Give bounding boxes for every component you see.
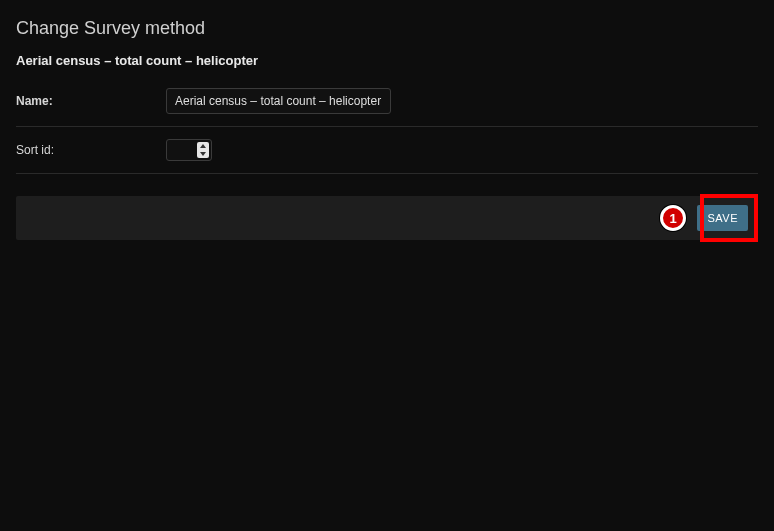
page-container: Change Survey method Aerial census – tot… (0, 0, 774, 240)
callout-badge: 1 (660, 205, 686, 231)
sort-id-label: Sort id: (16, 143, 166, 157)
page-title: Change Survey method (16, 18, 758, 39)
form-row-name: Name: (16, 76, 758, 127)
name-label: Name: (16, 94, 166, 108)
name-input[interactable] (166, 88, 391, 114)
svg-marker-1 (200, 152, 206, 156)
sort-id-stepper (197, 142, 209, 158)
save-button[interactable]: SAVE (697, 205, 748, 231)
svg-marker-0 (200, 144, 206, 148)
action-bar: 1 SAVE (16, 196, 758, 240)
sort-id-spinner-wrap (166, 139, 212, 161)
form-row-sort-id: Sort id: (16, 127, 758, 174)
sort-id-step-up[interactable] (197, 142, 209, 150)
object-name: Aerial census – total count – helicopter (16, 53, 758, 68)
sort-id-step-down[interactable] (197, 150, 209, 158)
